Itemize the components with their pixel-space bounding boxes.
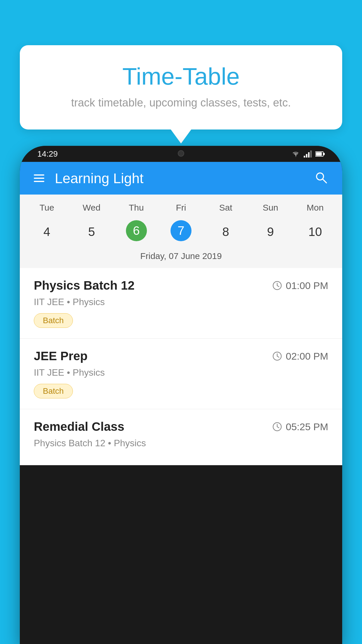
schedule-item-3-title: Remedial Class xyxy=(34,420,124,434)
day-numbers: 4 5 6 7 8 9 10 xyxy=(20,218,342,246)
app-bar: Learning Light xyxy=(20,162,342,195)
day-label-sun: Sun xyxy=(248,203,293,218)
speech-bubble: Time-Table track timetable, upcoming cla… xyxy=(20,45,342,130)
schedule-item-1-tag: Batch xyxy=(34,313,73,328)
phone-notch xyxy=(161,146,201,161)
schedule-item-3-time: 05:25 PM xyxy=(272,421,328,433)
day-label-mon: Mon xyxy=(293,203,338,218)
day-labels: Tue Wed Thu Fri Sat Sun Mon xyxy=(20,203,342,218)
day-5[interactable]: 5 xyxy=(69,220,114,244)
day-6-today[interactable]: 6 xyxy=(126,220,147,241)
schedule-item-2-time-text: 02:00 PM xyxy=(286,351,328,362)
day-8[interactable]: 8 xyxy=(203,220,248,244)
schedule-item-3-header: Remedial Class 05:25 PM xyxy=(34,420,328,434)
schedule-item-2-time: 02:00 PM xyxy=(272,351,328,362)
phone-camera xyxy=(178,150,184,157)
schedule-item-2-subtitle: IIT JEE • Physics xyxy=(34,367,328,378)
schedule-item-1-header: Physics Batch 12 01:00 PM xyxy=(34,279,328,293)
hamburger-menu-icon[interactable] xyxy=(34,174,44,182)
schedule-item-1[interactable]: Physics Batch 12 01:00 PM IIT JEE • Phys… xyxy=(20,268,342,339)
day-label-fri: Fri xyxy=(159,203,203,218)
svg-rect-2 xyxy=(308,152,310,158)
day-label-thu: Thu xyxy=(114,203,159,218)
svg-rect-3 xyxy=(310,150,312,158)
schedule-item-2-tag: Batch xyxy=(34,384,73,398)
status-bar: 14:29 xyxy=(20,146,342,162)
schedule-item-1-subtitle: IIT JEE • Physics xyxy=(34,297,328,307)
wifi-icon xyxy=(291,150,300,158)
schedule-item-3-time-text: 05:25 PM xyxy=(286,421,328,433)
day-9[interactable]: 9 xyxy=(248,220,293,244)
phone-frame: 14:29 xyxy=(20,146,342,644)
svg-rect-5 xyxy=(316,152,322,156)
day-label-sat: Sat xyxy=(203,203,248,218)
day-10[interactable]: 10 xyxy=(293,220,338,244)
svg-line-14 xyxy=(277,356,279,357)
battery-icon xyxy=(315,151,325,157)
clock-icon-2 xyxy=(272,351,282,361)
schedule-list: Physics Batch 12 01:00 PM IIT JEE • Phys… xyxy=(20,268,342,465)
svg-rect-0 xyxy=(304,156,305,158)
signal-icon xyxy=(304,150,312,158)
status-icons xyxy=(291,150,325,158)
bubble-subtitle: track timetable, upcoming classes, tests… xyxy=(43,97,319,109)
schedule-item-1-time: 01:00 PM xyxy=(272,280,328,291)
day-7-selected[interactable]: 7 xyxy=(171,220,191,241)
bubble-title: Time-Table xyxy=(43,63,319,90)
status-time: 14:29 xyxy=(37,149,58,159)
clock-icon-1 xyxy=(272,281,282,290)
svg-point-7 xyxy=(317,173,324,180)
day-label-wed: Wed xyxy=(69,203,114,218)
schedule-item-1-title: Physics Batch 12 xyxy=(34,279,135,293)
clock-icon-3 xyxy=(272,422,282,432)
day-label-tue: Tue xyxy=(24,203,69,218)
svg-line-8 xyxy=(323,179,326,183)
svg-rect-1 xyxy=(306,154,307,158)
schedule-item-3[interactable]: Remedial Class 05:25 PM Physics Batch 12… xyxy=(20,409,342,465)
svg-line-17 xyxy=(277,427,279,428)
app-bar-left: Learning Light xyxy=(34,170,143,186)
search-icon[interactable] xyxy=(314,171,328,186)
schedule-item-2[interactable]: JEE Prep 02:00 PM IIT JEE • Physics Batc… xyxy=(20,339,342,409)
day-4[interactable]: 4 xyxy=(24,220,69,244)
app-title: Learning Light xyxy=(55,170,143,186)
schedule-item-2-title: JEE Prep xyxy=(34,349,87,363)
phone-screen: Tue Wed Thu Fri Sat Sun Mon 4 5 6 7 8 9 … xyxy=(20,195,342,465)
schedule-item-3-subtitle: Physics Batch 12 • Physics xyxy=(34,438,328,449)
schedule-item-1-time-text: 01:00 PM xyxy=(286,280,328,291)
svg-line-11 xyxy=(277,286,279,287)
svg-rect-6 xyxy=(324,153,325,155)
calendar-strip: Tue Wed Thu Fri Sat Sun Mon 4 5 6 7 8 9 … xyxy=(20,195,342,268)
selected-date: Friday, 07 June 2019 xyxy=(20,246,342,268)
schedule-item-2-header: JEE Prep 02:00 PM xyxy=(34,349,328,363)
